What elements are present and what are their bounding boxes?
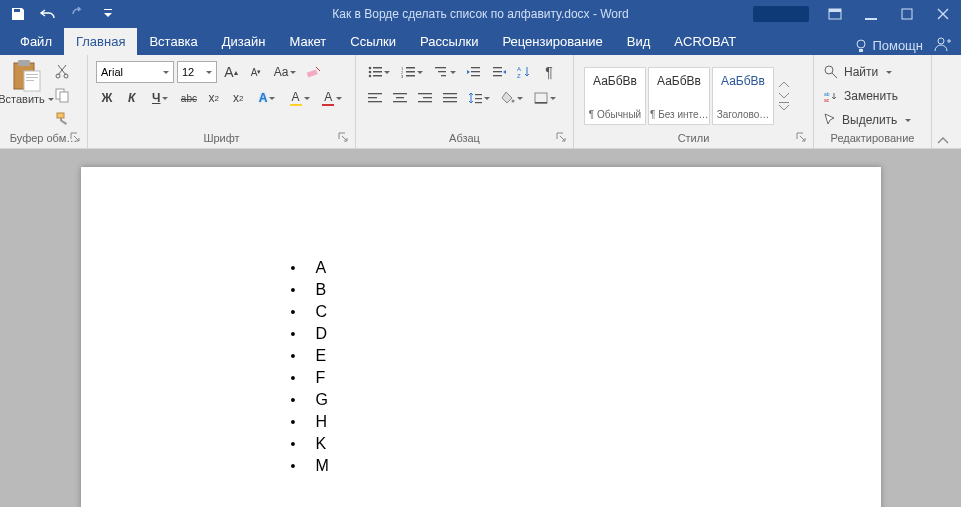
superscript-button[interactable]: x2 bbox=[227, 87, 249, 109]
tab-view[interactable]: Вид bbox=[615, 28, 663, 55]
list-item: С bbox=[291, 301, 881, 323]
tab-layout[interactable]: Макет bbox=[277, 28, 338, 55]
copy-button[interactable] bbox=[52, 85, 72, 105]
share-button[interactable] bbox=[933, 36, 951, 55]
ribbon-display-options[interactable] bbox=[817, 0, 853, 28]
font-size-combo[interactable]: 12 bbox=[177, 61, 217, 83]
tab-file[interactable]: Файл bbox=[8, 28, 64, 55]
svg-rect-43 bbox=[368, 93, 382, 94]
chevron-down-icon bbox=[550, 97, 556, 100]
subscript-button[interactable]: x2 bbox=[203, 87, 225, 109]
tab-acrobat[interactable]: ACROBAT bbox=[662, 28, 748, 55]
font-color-button[interactable]: A bbox=[317, 87, 347, 109]
sort-button[interactable]: AZ bbox=[513, 61, 535, 83]
clear-formatting-button[interactable] bbox=[303, 61, 325, 83]
svg-point-7 bbox=[938, 38, 944, 44]
qat-customize-button[interactable] bbox=[96, 2, 120, 26]
tab-references[interactable]: Ссылки bbox=[338, 28, 408, 55]
tab-review[interactable]: Рецензирование bbox=[490, 28, 614, 55]
collapse-ribbon-button[interactable] bbox=[932, 55, 954, 149]
paste-label: Вставить bbox=[0, 93, 45, 105]
justify-button[interactable] bbox=[439, 87, 461, 109]
save-button[interactable] bbox=[6, 2, 30, 26]
list-item: D bbox=[291, 323, 881, 345]
undo-button[interactable] bbox=[36, 2, 60, 26]
find-button[interactable]: Найти bbox=[824, 61, 921, 83]
list-item: Е bbox=[291, 345, 881, 367]
window-title: Как в Ворде сделать список по алфавиту.d… bbox=[332, 7, 628, 21]
align-center-button[interactable] bbox=[389, 87, 411, 109]
svg-rect-47 bbox=[396, 97, 404, 98]
bold-button[interactable]: Ж bbox=[96, 87, 118, 109]
svg-rect-2 bbox=[829, 9, 841, 12]
styles-launcher[interactable] bbox=[795, 132, 807, 144]
line-spacing-button[interactable] bbox=[464, 87, 494, 109]
align-left-button[interactable] bbox=[364, 87, 386, 109]
svg-point-24 bbox=[369, 75, 372, 78]
redo-button[interactable] bbox=[66, 2, 90, 26]
account-area[interactable] bbox=[753, 6, 809, 22]
grow-font-button[interactable]: A▴ bbox=[220, 61, 242, 83]
document-area[interactable]: АBСDЕFGНKМ bbox=[0, 149, 961, 507]
font-name-combo[interactable]: Arial bbox=[96, 61, 174, 83]
svg-rect-0 bbox=[104, 9, 112, 10]
tab-mailings[interactable]: Рассылки bbox=[408, 28, 490, 55]
shrink-font-button[interactable]: A▾ bbox=[245, 61, 267, 83]
cut-button[interactable] bbox=[52, 61, 72, 81]
style-normal[interactable]: АаБбВв ¶ Обычный bbox=[584, 67, 646, 125]
chevron-down-icon bbox=[417, 71, 423, 74]
borders-button[interactable] bbox=[530, 87, 560, 109]
svg-rect-9 bbox=[18, 60, 30, 66]
style-no-spacing[interactable]: АаБбВв ¶ Без инте… bbox=[648, 67, 710, 125]
tab-home[interactable]: Главная bbox=[64, 28, 137, 55]
svg-point-20 bbox=[369, 67, 372, 70]
chevron-down-icon bbox=[484, 97, 490, 100]
numbering-button[interactable]: 123 bbox=[397, 61, 427, 83]
paragraph-launcher[interactable] bbox=[555, 132, 567, 144]
show-hide-button[interactable]: ¶ bbox=[538, 61, 560, 83]
svg-rect-18 bbox=[57, 113, 64, 118]
tell-me-search[interactable]: Помощн bbox=[854, 38, 923, 53]
svg-rect-23 bbox=[373, 71, 382, 73]
styles-more-button[interactable] bbox=[776, 67, 792, 125]
svg-rect-56 bbox=[475, 98, 482, 99]
chevron-down-icon bbox=[517, 97, 523, 100]
close-button[interactable] bbox=[925, 0, 961, 28]
chevron-down-icon bbox=[336, 97, 342, 100]
clipboard-launcher[interactable] bbox=[69, 132, 81, 144]
change-case-button[interactable]: Aa bbox=[270, 61, 300, 83]
multilevel-list-button[interactable] bbox=[430, 61, 460, 83]
chevron-down-icon bbox=[290, 71, 296, 74]
strikethrough-button[interactable]: abc bbox=[178, 87, 200, 109]
increase-indent-button[interactable] bbox=[488, 61, 510, 83]
chevron-down-icon bbox=[886, 71, 892, 74]
list-item: K bbox=[291, 433, 881, 455]
svg-rect-39 bbox=[493, 71, 502, 72]
italic-button[interactable]: К bbox=[121, 87, 143, 109]
list-item: G bbox=[291, 389, 881, 411]
page[interactable]: АBСDЕFGНKМ bbox=[81, 167, 881, 507]
styles-group-label: Стили bbox=[678, 132, 710, 144]
text-effects-button[interactable]: A bbox=[252, 87, 282, 109]
font-launcher[interactable] bbox=[337, 132, 349, 144]
minimize-button[interactable] bbox=[853, 0, 889, 28]
highlight-button[interactable]: A bbox=[285, 87, 315, 109]
align-right-button[interactable] bbox=[414, 87, 436, 109]
shading-button[interactable] bbox=[497, 87, 527, 109]
bullets-button[interactable] bbox=[364, 61, 394, 83]
tab-insert[interactable]: Вставка bbox=[137, 28, 209, 55]
decrease-indent-button[interactable] bbox=[463, 61, 485, 83]
tab-design[interactable]: Дизайн bbox=[210, 28, 278, 55]
style-heading1[interactable]: АаБбВв Заголово… bbox=[712, 67, 774, 125]
editing-group-label: Редактирование bbox=[831, 132, 915, 144]
format-painter-button[interactable] bbox=[52, 109, 72, 129]
chevron-down-icon bbox=[384, 71, 390, 74]
underline-button[interactable]: Ч bbox=[145, 87, 175, 109]
select-button[interactable]: Выделить bbox=[824, 109, 921, 131]
svg-rect-31 bbox=[406, 75, 415, 77]
paste-button[interactable]: Вставить bbox=[4, 57, 48, 105]
maximize-button[interactable] bbox=[889, 0, 925, 28]
svg-rect-45 bbox=[368, 101, 382, 102]
replace-button[interactable]: abac Заменить bbox=[824, 85, 921, 107]
svg-rect-21 bbox=[373, 67, 382, 69]
